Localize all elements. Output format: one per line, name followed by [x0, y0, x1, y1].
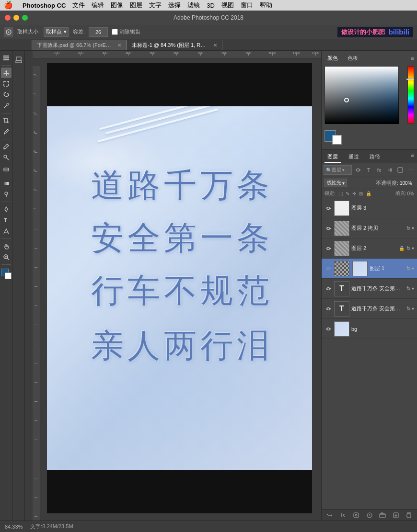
lock-position-icon[interactable]: ✛: [352, 191, 356, 196]
lock-all-icon[interactable]: 🔒: [366, 191, 371, 196]
menu-help[interactable]: 帮助: [260, 1, 272, 10]
eyedropper-tool[interactable]: [1, 126, 12, 137]
layer-eye-icon[interactable]: [324, 245, 332, 252]
new-group-btn[interactable]: [378, 511, 387, 520]
pen-tool[interactable]: [1, 204, 12, 215]
tolerance-input[interactable]: [89, 27, 108, 37]
add-mask-btn[interactable]: [352, 511, 360, 520]
layer-item[interactable]: T 道路千万条 安全第一… fx ▾: [322, 279, 417, 299]
menu-app[interactable]: Photoshop CC: [23, 2, 66, 9]
layer-expand-icon[interactable]: ⋯: [406, 166, 415, 174]
layer-eye-icon[interactable]: [324, 325, 332, 333]
layer-effect-icon[interactable]: fx: [375, 166, 383, 174]
layer-eye-icon[interactable]: [324, 285, 332, 293]
close-tab-active-icon[interactable]: ✕: [213, 43, 217, 48]
close-button[interactable]: [5, 15, 11, 21]
apple-menu[interactable]: 🍎: [4, 1, 13, 10]
menu-3d[interactable]: 3D: [207, 2, 215, 9]
layer-item[interactable]: 图层 3: [322, 198, 417, 218]
tab-snow-effect[interactable]: 下雪效果.psd @ 66.7% (ForEnzo组, 高清, 背景, 底… ✕: [32, 40, 127, 50]
lock-transparency-icon[interactable]: ⬚: [338, 191, 343, 196]
type-tool[interactable]: T: [1, 215, 12, 226]
tool-options-icon[interactable]: [1, 53, 12, 63]
menu-file[interactable]: 文件: [72, 1, 85, 10]
layers-search-input[interactable]: 🔍 图层 ▾: [324, 165, 352, 175]
hand-tool[interactable]: [1, 241, 12, 251]
maximize-button[interactable]: [22, 15, 28, 21]
gradient-tool[interactable]: [1, 178, 12, 189]
lock-paint-icon[interactable]: ✎: [346, 191, 349, 196]
layer-eye-icon[interactable]: [324, 204, 332, 212]
menu-image[interactable]: 图像: [111, 1, 123, 10]
layer-link-icon[interactable]: [385, 166, 394, 174]
color-swatches-toolbar[interactable]: [1, 269, 12, 282]
brush-tool[interactable]: [1, 141, 12, 152]
sample-size-dropdown[interactable]: 取样点 ▾: [44, 27, 69, 37]
layer-color-icon[interactable]: [396, 166, 405, 174]
menu-select[interactable]: 选择: [168, 1, 181, 10]
menu-window[interactable]: 窗口: [241, 1, 253, 10]
layer-visibility-icon[interactable]: [354, 166, 362, 174]
anti-alias-checkbox[interactable]: [112, 29, 118, 35]
layer-eye-icon[interactable]: [324, 225, 332, 232]
color-gradient-field[interactable]: [324, 66, 399, 124]
tab-untitled[interactable]: 未标题-1 @ 84.3% (图层 1, RGB/8*) ✕: [127, 40, 222, 50]
blend-mode-dropdown[interactable]: 线性光 ▾: [324, 179, 347, 187]
layers-tab[interactable]: 图层: [324, 152, 341, 163]
bg-color-swatch[interactable]: [5, 272, 12, 279]
magic-wand-tool[interactable]: [1, 101, 12, 111]
eraser-tool[interactable]: [1, 163, 12, 174]
color-picker[interactable]: [324, 66, 414, 128]
search-dropdown-icon[interactable]: ▾: [342, 168, 345, 172]
layer-eye-icon[interactable]: [324, 265, 332, 272]
canvas-image[interactable]: 道路千万条 安全第一条 行车不规范 亲人两行泪: [47, 106, 312, 470]
menu-type[interactable]: 文字: [149, 1, 162, 10]
lasso-tool[interactable]: [1, 90, 12, 100]
layer-type-icon[interactable]: T: [364, 166, 373, 174]
new-adjustment-btn[interactable]: [365, 511, 374, 520]
minimize-button[interactable]: [13, 15, 19, 21]
new-layer-btn[interactable]: [392, 511, 400, 520]
panel-menu-icon[interactable]: ≡: [411, 55, 414, 62]
anti-alias-label[interactable]: 消除锯齿: [112, 28, 140, 35]
hue-slider[interactable]: [407, 66, 414, 124]
link-layers-btn[interactable]: [325, 511, 334, 520]
color-tab[interactable]: 颜色: [324, 54, 341, 63]
layers-panel-menu[interactable]: ≡: [411, 152, 414, 163]
dodge-tool[interactable]: [1, 189, 12, 200]
layer-style-btn[interactable]: fx: [339, 511, 348, 520]
layer-item[interactable]: 图层 2 🔒 fx ▾: [322, 238, 417, 259]
layer-item-active[interactable]: 图层 1 fx ▾: [322, 259, 417, 279]
zoom-level[interactable]: 84.33%: [5, 524, 23, 530]
lock-artboard-icon[interactable]: ⊞: [359, 191, 363, 196]
canvas-scroll-area[interactable]: 1 2 3 4 5 6 7 8: [33, 58, 321, 521]
crop-tool[interactable]: [1, 115, 12, 126]
close-tab-icon[interactable]: ✕: [117, 43, 121, 48]
channels-tab[interactable]: 通道: [346, 152, 362, 163]
opacity-value[interactable]: 100%: [400, 181, 414, 186]
menu-layer[interactable]: 图层: [130, 1, 142, 10]
layer-item[interactable]: 图层 2 拷贝 fx ▾: [322, 218, 417, 238]
delete-layer-btn[interactable]: [405, 511, 413, 520]
menu-view[interactable]: 视图: [221, 1, 234, 10]
layer-item[interactable]: T 道路千万条 安全第一… fx ▾: [322, 299, 417, 319]
marquee-tool[interactable]: [1, 79, 12, 89]
search-type: 图层: [332, 167, 341, 173]
screen-mode-btn[interactable]: [13, 55, 24, 65]
layer-eye-icon[interactable]: [324, 305, 332, 313]
svg-rect-28: [398, 168, 403, 172]
svg-rect-15: [4, 182, 9, 185]
fill-value[interactable]: 0%: [407, 191, 414, 196]
path-select-tool[interactable]: [1, 226, 12, 237]
swatch-area[interactable]: [324, 130, 348, 147]
menu-edit[interactable]: 编辑: [92, 1, 104, 10]
move-tool[interactable]: [1, 68, 12, 78]
menu-filter[interactable]: 滤镜: [187, 1, 200, 10]
paths-tab[interactable]: 路径: [367, 152, 383, 163]
clone-stamp-tool[interactable]: [1, 152, 12, 163]
color-picker-cursor[interactable]: [344, 98, 349, 102]
bg-color-box[interactable]: [332, 135, 342, 145]
layer-item[interactable]: bg: [322, 319, 417, 339]
swatches-tab[interactable]: 色板: [345, 54, 361, 63]
zoom-tool[interactable]: [1, 252, 12, 262]
